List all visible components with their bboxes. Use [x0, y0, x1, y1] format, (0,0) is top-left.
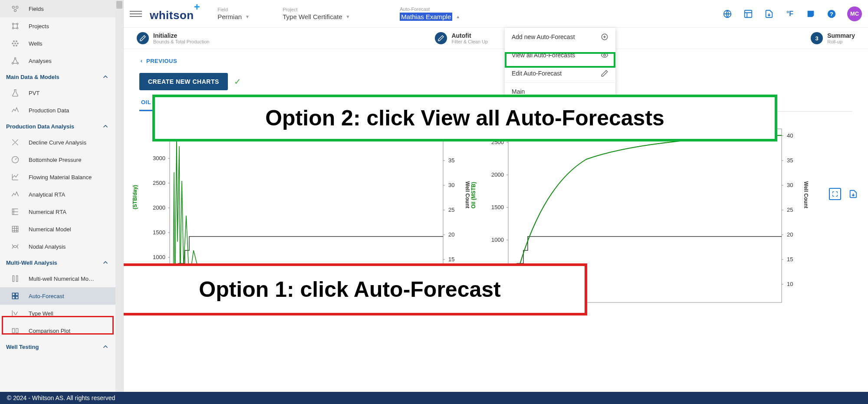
dd-edit[interactable]: Edit Auto-Forecast	[505, 64, 615, 82]
typewell-icon	[10, 309, 21, 318]
nav-label: PVT	[29, 90, 39, 96]
flask-icon	[10, 89, 21, 97]
gauge-icon	[10, 155, 21, 164]
svg-point-2	[14, 10, 16, 12]
svg-text:30: 30	[448, 182, 454, 188]
avatar[interactable]: MC	[847, 7, 862, 21]
section-mwa[interactable]: Multi-Well Analysis	[0, 255, 115, 270]
grid-icon	[10, 292, 21, 300]
nav-label: Fields	[29, 6, 44, 12]
menu-toggle[interactable]	[130, 8, 142, 20]
dd-view-all[interactable]: View all Auto-Forecasts	[505, 46, 615, 64]
line-icon	[10, 106, 21, 115]
section-welltest[interactable]: Well Testing	[0, 339, 115, 354]
nav-label: Numerical Model	[29, 226, 71, 233]
footer: © 2024 - Whitson AS. All rights reserved	[0, 392, 868, 404]
step-summary[interactable]: 3 SummaryRoll-up	[811, 32, 855, 44]
section-main-data[interactable]: Main Data & Models	[0, 69, 115, 84]
section-pda[interactable]: Production Data Analysis	[0, 119, 115, 134]
select-project[interactable]: Project Type Well Certificate▼	[283, 7, 378, 20]
nav-dca[interactable]: Decline Curve Analysis	[0, 134, 115, 151]
y-axis-right-label: Well Count	[464, 181, 470, 208]
nav-label: Multi-well Numerical Mo…	[29, 276, 94, 282]
svg-text:40: 40	[787, 132, 793, 139]
nav-pvt[interactable]: PVT	[0, 84, 115, 102]
nav-label: Decline Curve Analysis	[29, 139, 86, 146]
pencil-icon	[601, 69, 608, 77]
select-field[interactable]: Field Permian▼	[217, 7, 261, 20]
svg-point-6	[16, 27, 18, 29]
svg-point-15	[12, 62, 13, 64]
multiwell-icon	[10, 274, 21, 283]
nav-arta[interactable]: Analytical RTA	[0, 186, 115, 203]
nav-wells[interactable]: Wells	[0, 35, 115, 52]
step-number: 3	[811, 32, 823, 44]
nav-projects[interactable]: Projects	[0, 17, 115, 35]
nav-fields[interactable]: Fields	[0, 0, 115, 17]
chevron-up-icon	[102, 343, 109, 351]
dd-add-new[interactable]: Add new Auto-Forecast	[505, 28, 615, 46]
nav-label: Flowing Material Balance	[29, 174, 92, 181]
nav-nodal[interactable]: Nodal Analysis	[0, 238, 115, 255]
select-auto-forecast[interactable]: Auto-Forecast Mathias Example▲	[400, 7, 487, 21]
create-charts-button[interactable]: CREATE NEW CHARTS	[139, 73, 228, 90]
nav-auto-forecast[interactable]: Auto-Forecast	[0, 287, 115, 305]
scrollbar[interactable]	[115, 0, 123, 392]
help-icon[interactable]: ?	[826, 9, 837, 19]
nav-fmb[interactable]: Flowing Material Balance	[0, 168, 115, 186]
y-axis-left-label: Oil (MSTB)	[470, 182, 477, 208]
fullscreen-icon[interactable]	[829, 188, 841, 200]
chevron-up-icon	[102, 122, 109, 130]
export-icon[interactable]	[847, 188, 859, 200]
caret-down-icon: ▼	[245, 14, 250, 19]
svg-point-3	[12, 23, 13, 24]
svg-text:2000: 2000	[153, 204, 165, 211]
nav-label: Projects	[29, 23, 49, 30]
note-icon[interactable]	[806, 9, 816, 19]
annotation-option-1: Option 1: click Auto-Forecast	[124, 263, 587, 315]
stepper: InitializeBounds & Total Production Auto…	[124, 28, 868, 49]
globe-icon[interactable]	[722, 9, 733, 19]
nav-compare[interactable]: Comparison Plot	[0, 322, 115, 339]
tab-oil[interactable]: OIL	[139, 95, 153, 111]
nodal-icon	[10, 242, 21, 251]
y-axis-left-label: (STB/day)	[132, 185, 138, 209]
svg-text:1000: 1000	[153, 254, 165, 260]
svg-rect-24	[16, 296, 18, 299]
layout-icon[interactable]	[743, 9, 753, 19]
svg-point-13	[16, 45, 17, 46]
balance-icon	[10, 173, 21, 181]
svg-point-14	[14, 58, 16, 59]
svg-text:10: 10	[787, 281, 793, 287]
nav-bhp[interactable]: Bottomhole Pressure	[0, 151, 115, 168]
nav-multiwell[interactable]: Multi-well Numerical Mo…	[0, 270, 115, 287]
temp-unit[interactable]: °F	[785, 9, 795, 19]
svg-text:30: 30	[787, 182, 793, 188]
nav-label: Auto-Forecast	[29, 293, 64, 299]
nav-typewell[interactable]: Type Well	[0, 305, 115, 322]
svg-point-0	[12, 6, 14, 8]
step-autofit[interactable]: AutofitFilter & Clean Up	[435, 32, 488, 44]
y-axis-right-label: Well Count	[803, 181, 809, 208]
sidebar: Fields Projects Wells Analyses Main Data…	[0, 0, 124, 392]
line-icon	[10, 190, 21, 199]
plus-circle-icon	[601, 33, 608, 41]
nav-nmodel[interactable]: Numerical Model	[0, 220, 115, 238]
chevron-left-icon	[139, 58, 144, 64]
svg-rect-21	[12, 293, 15, 296]
svg-text:3000: 3000	[153, 155, 165, 161]
nav-nrta[interactable]: Numerical RTA	[0, 203, 115, 220]
nav-analyses[interactable]: Analyses	[0, 52, 115, 69]
svg-point-16	[17, 62, 18, 64]
svg-text:2500: 2500	[153, 180, 165, 186]
nav-label: Numerical RTA	[29, 209, 66, 215]
step-initialize[interactable]: InitializeBounds & Total Production	[137, 32, 209, 44]
download-icon[interactable]	[764, 9, 774, 19]
svg-text:20: 20	[787, 231, 793, 238]
compare-icon	[10, 326, 21, 335]
nav-label: Nodal Analysis	[29, 243, 66, 250]
chevron-up-icon	[102, 259, 109, 266]
nav-production-data[interactable]: Production Data	[0, 102, 115, 119]
nav-label: Type Well	[29, 310, 53, 317]
previous-link[interactable]: PREVIOUS	[139, 58, 852, 64]
